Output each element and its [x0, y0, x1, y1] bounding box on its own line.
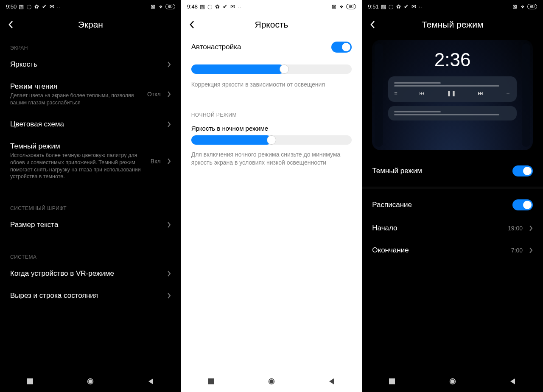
section-header-font: Системный шрифт	[10, 198, 171, 214]
svg-point-2	[89, 380, 92, 383]
chevron-right-icon	[168, 222, 171, 228]
header: Темный режим	[362, 13, 543, 37]
nav-recent-button[interactable]	[196, 371, 226, 392]
prev-icon: ⏮	[419, 90, 425, 98]
row-value: 7:00	[511, 247, 523, 254]
start-time-row[interactable]: Начало 19:00	[372, 217, 533, 239]
night-brightness-slider[interactable]	[191, 135, 352, 145]
nav-bar	[362, 371, 543, 392]
status-time: 9:51	[368, 3, 378, 10]
sim-icon: ⊠	[150, 3, 156, 9]
vr-mode-row[interactable]: Когда устройство в VR-режиме	[10, 263, 171, 285]
nav-back-button[interactable]	[498, 371, 528, 392]
battery-level: 90	[346, 4, 356, 9]
row-value: Вкл	[151, 158, 161, 165]
status-time: 9:50	[6, 3, 17, 10]
status-bar: 9:50 ▧ ◌ ✿ ✔ ✉ ·· ⊠ 90	[0, 0, 181, 13]
color-scheme-row[interactable]: Цветовая схема	[10, 113, 171, 135]
location-icon: ◌	[388, 3, 394, 9]
back-button[interactable]	[370, 20, 381, 30]
nav-home-button[interactable]	[257, 371, 286, 392]
reading-mode-row[interactable]: Режим чтения Делает цвета на экране боле…	[10, 76, 171, 113]
row-title: Размер текста	[10, 221, 163, 229]
header: Яркость	[181, 13, 362, 37]
status-bar: 9:48 ▧ ◌ ✿ ✔ ✉ ·· ⊠ 90	[181, 0, 362, 13]
nav-home-button[interactable]	[438, 371, 467, 392]
text-size-row[interactable]: Размер текста	[10, 214, 171, 236]
brightness-row[interactable]: Яркость	[10, 53, 171, 76]
screen-settings-panel: 9:50 ▧ ◌ ✿ ✔ ✉ ·· ⊠ 90 Экран Экран Яркос…	[0, 0, 181, 392]
row-title: Режим чтения	[10, 82, 143, 91]
chevron-right-icon	[168, 158, 171, 164]
wifi-icon	[158, 3, 164, 9]
row-title: Яркость	[10, 60, 163, 69]
end-time-row[interactable]: Окончание 7:00	[372, 239, 533, 261]
location-icon: ◌	[26, 3, 32, 9]
row-value: Откл	[147, 91, 161, 98]
nav-bar	[0, 371, 181, 392]
check-icon: ✔	[403, 3, 409, 9]
status-bar: 9:51 ▧ ◌ ✿ ✔ ✉ ·· ⊠ 90	[362, 0, 543, 13]
row-title: Окончание	[372, 246, 507, 255]
cutout-row[interactable]: Вырез и строка состояния	[10, 285, 171, 307]
status-icon: ▧	[381, 3, 386, 9]
section-header-night: Ночной режим	[191, 104, 352, 120]
row-title: Начало	[372, 224, 504, 232]
schedule-toggle-row: Расписание	[372, 193, 533, 217]
page-title: Экран	[8, 20, 173, 30]
back-button[interactable]	[8, 20, 19, 30]
svg-point-8	[451, 380, 454, 383]
brightness-slider[interactable]	[191, 64, 352, 74]
nav-recent-button[interactable]	[15, 371, 45, 392]
back-button[interactable]	[190, 20, 200, 30]
row-subtitle: Использовать более темную цветовую палит…	[10, 152, 146, 181]
brightness-panel: 9:48 ▧ ◌ ✿ ✔ ✉ ·· ⊠ 90 Яркость Автонастр…	[181, 0, 362, 392]
nav-bar	[181, 371, 362, 392]
dark-mode-toggle-row: Темный режим	[372, 159, 533, 183]
nav-back-button[interactable]	[136, 371, 166, 392]
auto-brightness-toggle[interactable]	[331, 42, 352, 53]
nav-back-button[interactable]	[317, 371, 347, 392]
status-icon: ▧	[18, 3, 24, 9]
chevron-right-icon	[168, 293, 171, 299]
section-header-display: Экран	[10, 37, 171, 53]
check-icon: ✔	[41, 3, 47, 9]
mail-icon: ✉	[230, 3, 236, 9]
row-title: Темный режим	[372, 167, 508, 175]
dark-mode-preview: 2:36 ≡ ⏮ ❚❚ ⏭ ＋	[372, 40, 533, 150]
dark-mode-toggle[interactable]	[512, 165, 533, 176]
pause-icon: ❚❚	[447, 90, 456, 98]
status-icon: ▧	[199, 3, 205, 9]
svg-rect-6	[389, 378, 395, 384]
schedule-toggle[interactable]	[512, 199, 533, 210]
nav-home-button[interactable]	[76, 371, 105, 392]
row-value: 19:00	[508, 225, 523, 232]
svg-rect-3	[208, 378, 214, 384]
wifi-icon	[339, 3, 344, 9]
gear-icon: ✿	[396, 3, 402, 9]
battery-level: 90	[527, 4, 537, 9]
mail-icon: ✉	[411, 3, 417, 9]
night-brightness-note: Для включения ночного режима снизьте до …	[191, 148, 352, 169]
chevron-right-icon	[529, 225, 533, 231]
page-title: Яркость	[190, 20, 354, 30]
dark-mode-panel: 9:51 ▧ ◌ ✿ ✔ ✉ ·· ⊠ 90 Темный режим 2:36…	[362, 0, 543, 392]
nav-recent-button[interactable]	[377, 371, 407, 392]
preview-notification	[388, 106, 517, 120]
svg-point-5	[270, 380, 273, 383]
dark-mode-row[interactable]: Темный режим Использовать более темную ц…	[10, 135, 171, 188]
row-title: Расписание	[372, 201, 508, 209]
page-title: Темный режим	[370, 20, 535, 30]
chevron-right-icon	[168, 91, 171, 97]
gear-icon: ✿	[34, 3, 39, 9]
header: Экран	[0, 13, 181, 37]
section-header-system: Система	[10, 246, 171, 263]
row-title: Темный режим	[10, 142, 146, 151]
next-icon: ⏭	[478, 90, 483, 98]
mail-icon: ✉	[49, 3, 55, 9]
row-subtitle: Делает цвета на экране более теплыми, по…	[10, 92, 143, 106]
more-notifications-icon: ··	[56, 3, 61, 10]
wifi-icon	[520, 3, 526, 9]
check-icon: ✔	[222, 3, 228, 9]
menu-icon: ≡	[394, 90, 397, 98]
